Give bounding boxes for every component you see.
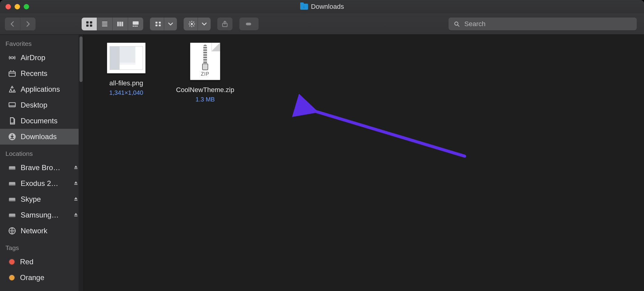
sidebar-item-label: Brave Bro… [21, 163, 60, 172]
title-bar: Downloads [0, 0, 644, 13]
svg-rect-2 [86, 24, 89, 26]
sidebar-item-label: Samsung… [21, 211, 59, 219]
columns-icon [116, 20, 124, 28]
back-button[interactable] [5, 18, 20, 30]
view-columns-button[interactable] [112, 18, 128, 30]
grid-icon [85, 20, 93, 28]
sidebar-item-desktop[interactable]: Desktop [0, 97, 83, 113]
share-icon [221, 20, 229, 28]
action-menu-button[interactable] [184, 18, 198, 30]
minimize-button[interactable] [15, 4, 20, 9]
sidebar-item-drive-exodus[interactable]: Exodus 2… [0, 176, 83, 191]
edit-tags-button[interactable] [239, 18, 259, 30]
view-icons-button[interactable] [82, 18, 97, 30]
svg-line-24 [193, 25, 194, 26]
svg-point-31 [11, 57, 13, 59]
documents-icon [8, 117, 16, 125]
sidebar-item-label: Network [21, 227, 47, 235]
downloads-icon [8, 132, 16, 141]
network-icon [8, 227, 16, 235]
sidebar-item-drive-skype[interactable]: Skype [0, 191, 83, 207]
file-ext-label: ZIP [201, 71, 209, 77]
group-by-button[interactable] [150, 18, 164, 30]
sidebar-item-recents[interactable]: Recents [0, 66, 83, 81]
tag-dot-icon [9, 275, 15, 280]
svg-rect-7 [117, 22, 119, 26]
file-thumbnail [107, 43, 146, 74]
svg-rect-0 [86, 21, 89, 23]
share-button[interactable] [217, 18, 232, 30]
sidebar-item-documents[interactable]: Documents [0, 113, 83, 129]
window-body: Favorites AirDrop Recents [0, 35, 644, 291]
chevron-down-icon [167, 20, 175, 28]
sidebar-scrollbar-thumb[interactable] [80, 36, 83, 82]
eject-button[interactable] [73, 163, 79, 172]
sidebar-item-drive-samsung[interactable]: Samsung… [0, 207, 83, 223]
file-meta: 1.3 MB [195, 96, 215, 103]
sidebar-scrollbar[interactable] [79, 35, 83, 291]
eject-button[interactable] [73, 195, 79, 204]
svg-rect-40 [9, 169, 15, 170]
action-menu-dropdown[interactable] [198, 18, 211, 30]
sidebar-tag-orange[interactable]: Orange [0, 270, 83, 286]
sidebar-item-label: Skype [21, 195, 41, 204]
search-field[interactable] [449, 18, 637, 30]
sidebar-item-label: Applications [21, 85, 60, 94]
file-grid[interactable]: all-files.png 1,341×1,040 ZIP CoolNewThe… [84, 35, 644, 291]
file-item-zip[interactable]: ZIP CoolNewTheme.zip 1.3 MB [172, 43, 239, 103]
svg-rect-12 [134, 26, 136, 26]
nav-buttons [5, 18, 36, 30]
svg-rect-44 [9, 200, 15, 202]
action-segment [184, 18, 211, 30]
drive-icon [8, 195, 16, 204]
sidebar-item-airdrop[interactable]: AirDrop [0, 50, 83, 66]
sidebar-item-label: Exodus 2… [21, 179, 58, 188]
view-list-button[interactable] [97, 18, 112, 30]
sidebar-item-drive-brave[interactable]: Brave Bro… [0, 160, 83, 176]
tag-dot-icon [9, 259, 15, 265]
svg-rect-5 [102, 23, 107, 24]
svg-rect-3 [90, 24, 92, 26]
search-input[interactable] [464, 20, 632, 28]
sidebar-item-label: Documents [21, 117, 57, 125]
svg-rect-10 [133, 21, 139, 25]
svg-rect-17 [159, 24, 161, 26]
eject-button[interactable] [73, 211, 79, 219]
view-gallery-button[interactable] [128, 18, 143, 30]
file-name: all-files.png [109, 79, 143, 87]
chevron-down-icon [200, 20, 208, 28]
view-switcher [82, 18, 143, 30]
forward-button[interactable] [20, 18, 36, 30]
zoom-button[interactable] [24, 4, 29, 9]
svg-line-30 [458, 25, 459, 26]
tag-icon [245, 20, 253, 28]
file-thumbnail: ZIP [190, 43, 220, 80]
svg-line-48 [313, 111, 465, 156]
sidebar-item-label: Recents [21, 69, 47, 78]
svg-rect-42 [9, 185, 15, 186]
applications-icon [8, 85, 16, 94]
search-icon [453, 21, 460, 27]
grid-small-icon [154, 20, 162, 28]
file-item-png[interactable]: all-files.png 1,341×1,040 [93, 43, 160, 96]
sidebar-item-label: Red [20, 258, 33, 266]
sidebar-item-network[interactable]: Network [0, 223, 83, 239]
eject-icon [73, 165, 79, 170]
eject-button[interactable] [73, 179, 79, 188]
drive-icon [8, 211, 16, 219]
sidebar-item-applications[interactable]: Applications [0, 81, 83, 97]
desktop-icon [8, 101, 16, 109]
group-by-dropdown[interactable] [164, 18, 177, 30]
sidebar-item-downloads[interactable]: Downloads [0, 129, 83, 145]
page-fold-icon [212, 43, 220, 51]
svg-line-25 [189, 25, 190, 26]
close-button[interactable] [5, 4, 11, 9]
eject-icon [73, 180, 79, 186]
svg-line-23 [189, 22, 190, 22]
png-preview-icon [110, 46, 143, 70]
sidebar-tag-red[interactable]: Red [0, 254, 83, 270]
recents-icon [8, 69, 16, 78]
svg-rect-15 [159, 22, 161, 23]
eject-icon [73, 196, 79, 202]
airdrop-icon [8, 53, 16, 62]
